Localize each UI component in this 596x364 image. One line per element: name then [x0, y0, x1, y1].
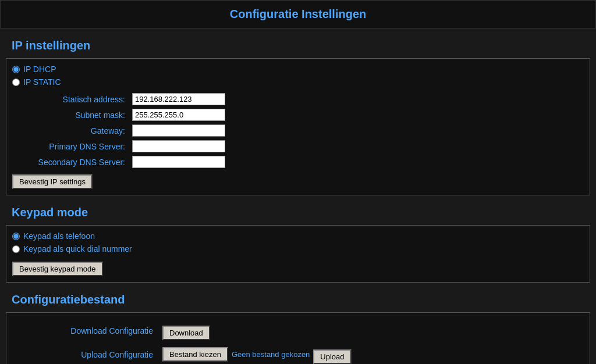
page-title-bar: Configuratie Instellingen — [0, 0, 596, 28]
no-file-text: Geen bestand gekozen — [232, 350, 310, 359]
keypad-quickdial-radio[interactable] — [12, 245, 20, 253]
ip-fields-table: Statisch address: Subnet mask: Gateway: … — [12, 91, 584, 170]
choose-file-button[interactable]: Bestand kiezen — [162, 347, 228, 362]
ip-static-radio[interactable] — [12, 78, 20, 86]
download-cell: Download — [158, 319, 584, 342]
static-address-cell — [129, 91, 584, 107]
download-label: Download Configuratie — [12, 319, 158, 342]
keypad-quickdial-row: Keypad als quick dial nummer — [12, 244, 584, 254]
keypad-phone-radio[interactable] — [12, 233, 20, 240]
upload-label: Upload Configuratie — [12, 342, 158, 364]
ip-static-row: IP STATIC — [12, 77, 584, 87]
ip-dhcp-row: IP DHCP — [12, 65, 584, 74]
primary-dns-cell — [129, 138, 584, 154]
static-address-input[interactable] — [132, 93, 225, 105]
primary-dns-label: Primary DNS Server: — [12, 138, 129, 154]
gateway-row: Gateway: — [12, 123, 584, 138]
gateway-cell — [129, 123, 584, 138]
subnet-mask-cell — [129, 107, 584, 123]
static-address-label: Statisch address: — [12, 91, 129, 107]
keypad-phone-label[interactable]: Keypad als telefoon — [23, 231, 95, 241]
primary-dns-input[interactable] — [132, 140, 225, 152]
secondary-dns-label: Secondary DNS Server: — [12, 154, 129, 170]
download-button[interactable]: Download — [162, 326, 210, 340]
keypad-quickdial-label[interactable]: Keypad als quick dial nummer — [23, 244, 132, 254]
ip-settings-box: IP DHCP IP STATIC Statisch address: Subn… — [6, 58, 590, 195]
keypad-phone-row: Keypad als telefoon — [12, 231, 584, 241]
ip-settings-header: IP instellingen — [6, 34, 590, 57]
secondary-dns-input[interactable] — [132, 156, 225, 168]
confirm-keypad-button[interactable]: Bevestig keypad mode — [12, 262, 103, 276]
secondary-dns-row: Secondary DNS Server: — [12, 154, 584, 170]
gateway-label: Gateway: — [12, 123, 129, 138]
keypad-mode-box: Keypad als telefoon Keypad als quick dia… — [6, 225, 590, 283]
static-address-row: Statisch address: — [12, 91, 584, 107]
secondary-dns-cell — [129, 154, 584, 170]
config-file-table: Download Configuratie Download Upload Co… — [12, 319, 584, 364]
confirm-ip-button[interactable]: Bevestig IP settings — [12, 174, 93, 189]
upload-cell: Bestand kiezen Geen bestand gekozen Uplo… — [158, 342, 584, 364]
upload-row: Upload Configuratie Bestand kiezen Geen … — [12, 342, 584, 364]
config-file-box: Download Configuratie Download Upload Co… — [6, 312, 590, 364]
gateway-input[interactable] — [132, 124, 225, 137]
ip-dhcp-label[interactable]: IP DHCP — [23, 65, 56, 74]
primary-dns-row: Primary DNS Server: — [12, 138, 584, 154]
ip-dhcp-radio[interactable] — [12, 66, 20, 73]
subnet-mask-input[interactable] — [132, 109, 225, 121]
subnet-mask-row: Subnet mask: — [12, 107, 584, 123]
download-row: Download Configuratie Download — [12, 319, 584, 342]
keypad-mode-header: Keypad mode — [6, 201, 590, 224]
page-title: Configuratie Instellingen — [8, 8, 588, 21]
ip-static-label[interactable]: IP STATIC — [23, 77, 61, 87]
upload-button[interactable]: Upload — [313, 349, 351, 364]
config-file-header: Configuratiebestand — [6, 288, 590, 311]
subnet-mask-label: Subnet mask: — [12, 107, 129, 123]
